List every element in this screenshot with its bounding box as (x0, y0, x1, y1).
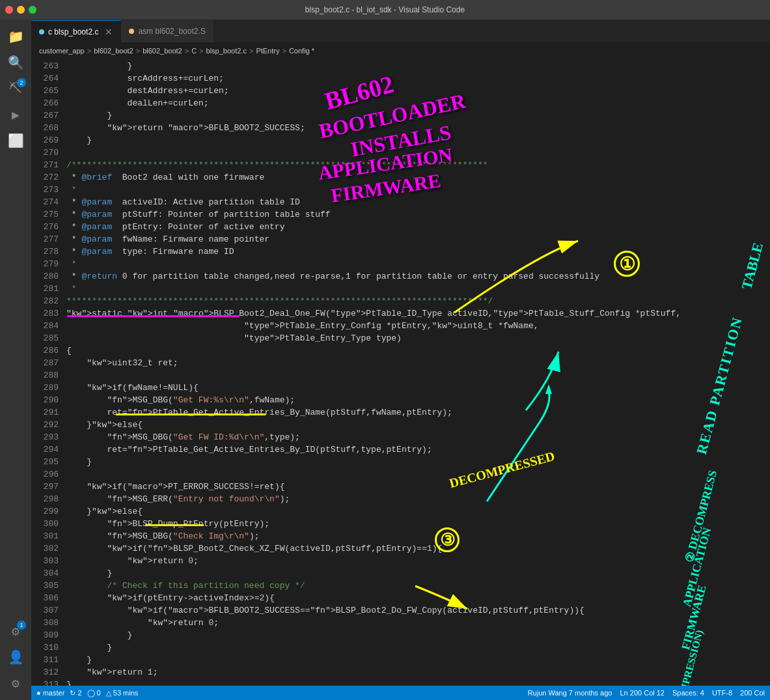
code-line: * @param fwName: Firmware name pointer (66, 233, 770, 245)
maximize-button[interactable] (29, 6, 36, 14)
code-line: ****************************************… (66, 295, 770, 307)
code-line: "fn">MSG_DBG("Get FW:%s\r\n",fwName); (66, 394, 770, 406)
code-line (66, 147, 770, 159)
code-line: ret="fn">PtTable_Get_Active_Entries_By_N… (66, 406, 770, 419)
file-type-indicator (39, 29, 44, 35)
debug-icon: ▶ (12, 107, 20, 123)
code-line: "type">PtTable_Entry_Type type) (66, 332, 770, 344)
breadcrumb: customer_app > bl602_boot2 > bl602_boot2… (31, 43, 770, 59)
close-button[interactable] (5, 6, 13, 14)
sidebar-item-remote[interactable]: ⚙ 1 (4, 619, 27, 643)
line-numbers: 2632642652662672682692702712722732742752… (31, 59, 64, 686)
gear-icon: ⚙ (12, 675, 20, 692)
status-200-col: 200 Col (740, 689, 765, 697)
sidebar-item-debug[interactable]: ▶ (4, 103, 27, 126)
window-title: blsp_boot2.c - bl_iot_sdk - Visual Studi… (305, 5, 465, 14)
code-line: } (66, 679, 770, 686)
code-line: * (66, 283, 770, 295)
files-icon: 📁 (8, 29, 24, 45)
activity-bar: 📁 🔍 ⛏ 2 ▶ ⬜ ⚙ 1 👤 ⚙ (0, 20, 31, 700)
status-right: Rujun Wang 7 months ago Ln 200 Col 12 Sp… (528, 689, 765, 697)
code-line: /* Check if this partition need copy */ (66, 580, 770, 592)
code-line: "type">PtTable_Entry_Config *ptEntry,"kw… (66, 320, 770, 332)
error-count[interactable]: ◯ 0 (87, 689, 101, 697)
file-type-indicator-asm (129, 29, 134, 34)
sidebar-item-search[interactable]: 🔍 (4, 51, 27, 74)
git-branch[interactable]: ● master (36, 689, 64, 697)
account-icon: 👤 (8, 649, 24, 665)
remote-badge: 1 (17, 621, 26, 630)
close-tab-blsp[interactable]: ✕ (105, 27, 113, 37)
code-line: ret="fn">PtTable_Get_Active_Entries_By_I… (66, 443, 770, 456)
code-line: } (66, 641, 770, 654)
warning-count[interactable]: △ 53 mins (106, 689, 139, 697)
cursor-position[interactable]: Ln 200 Col 12 (620, 689, 665, 697)
code-line (66, 369, 770, 382)
code-editor[interactable]: 2632642652662672682692702712722732742752… (31, 59, 770, 700)
search-icon: 🔍 (8, 55, 24, 71)
editor-main: c blsp_boot2.c ✕ asm bl602_boot2.S custo… (31, 20, 770, 700)
code-area: 2632642652662672682692702712722732742752… (31, 59, 770, 686)
code-line: "kw">if("fn">BLSP_Boot2_Check_XZ_FW(acti… (66, 542, 770, 555)
code-line: * (66, 258, 770, 270)
code-line: "fn">BLSP_Dump_PtEntry(ptEntry); (66, 518, 770, 530)
code-line: "kw">return "macro">BFLB_BOOT2_SUCCESS; (66, 122, 770, 134)
tab-bl602-boot2[interactable]: asm bl602_boot2.S (121, 20, 213, 42)
code-line: * @param type: Firmware name ID (66, 245, 770, 258)
tab-bar: c blsp_boot2.c ✕ asm bl602_boot2.S (31, 20, 770, 43)
code-line: * @param ptEntry: Pointer of active entr… (66, 221, 770, 233)
code-line: * @param ptStuff: Pointer of partition t… (66, 208, 770, 221)
git-user: Rujun Wang 7 months ago (528, 689, 612, 697)
code-line: "kw">return 0; (66, 617, 770, 629)
code-line: "kw">uint32_t ret; (66, 357, 770, 369)
sidebar-item-extensions[interactable]: ⬜ (4, 129, 27, 152)
sidebar-item-files[interactable]: 📁 (4, 25, 27, 48)
code-line: } (66, 629, 770, 641)
code-line: "kw">static "kw">int "macro">BLSP_Boot2_… (66, 307, 770, 320)
code-line: * @brief Boot2 deal with one firmware (66, 171, 770, 184)
code-line: srcAddress+=curLen; (66, 72, 770, 85)
code-line (66, 468, 770, 481)
code-content[interactable]: } srcAddress+=curLen; destAddress+=curLe… (64, 59, 770, 686)
traffic-lights (5, 6, 36, 14)
code-line: } (66, 456, 770, 468)
code-line: destAddress+=curLen; (66, 85, 770, 97)
status-left: ● master ↻ 2 ◯ 0 △ 53 mins (36, 689, 138, 697)
title-bar: blsp_boot2.c - bl_iot_sdk - Visual Studi… (0, 0, 770, 20)
spaces[interactable]: Spaces: 4 (672, 689, 704, 697)
code-line: "kw">return 0; (66, 555, 770, 567)
source-control-badge: 2 (17, 78, 26, 87)
code-line: "fn">MSG_ERR("Entry not found\r\n"); (66, 493, 770, 505)
code-line: } (66, 109, 770, 122)
code-line: * @param activeID: Active partition tabl… (66, 196, 770, 208)
sidebar-item-account[interactable]: 👤 (4, 645, 27, 669)
code-line: "fn">MSG_DBG("Get FW ID:%d\r\n",type); (66, 431, 770, 443)
encoding[interactable]: UTF-8 (712, 689, 732, 697)
tab-blsp-boot2[interactable]: c blsp_boot2.c ✕ (31, 20, 121, 42)
status-bar: ● master ↻ 2 ◯ 0 △ 53 mins Rujun Wang 7 … (31, 686, 770, 700)
code-line: "kw">if(ptEntry->activeIndex>=2){ (66, 592, 770, 604)
code-line: } (66, 567, 770, 580)
code-line: dealLen+=curLen; (66, 97, 770, 109)
code-line: "kw">if("macro">BFLB_BOOT2_SUCCESS=="fn"… (66, 604, 770, 617)
sync-icon[interactable]: ↻ 2 (70, 689, 81, 697)
code-line: } (66, 134, 770, 147)
code-line: "fn">MSG_DBG("Check Img\r\n"); (66, 530, 770, 542)
code-line: "kw">if("macro">PT_ERROR_SUCCESS!=ret){ (66, 481, 770, 493)
code-line: { (66, 344, 770, 357)
code-line: "kw">return 1; (66, 666, 770, 679)
code-line: } (66, 654, 770, 666)
minimize-button[interactable] (17, 6, 25, 14)
code-line: }"kw">else{ (66, 419, 770, 431)
code-line: } (66, 60, 770, 72)
sidebar-item-settings[interactable]: ⚙ (4, 671, 27, 695)
code-line: }"kw">else{ (66, 505, 770, 518)
tab-label-blsp: c blsp_boot2.c (48, 27, 98, 36)
extensions-icon: ⬜ (8, 133, 24, 149)
code-line: * @return 0 for partition table changed,… (66, 270, 770, 283)
code-line: "kw">if(fwName!=NULL){ (66, 382, 770, 394)
sidebar-item-source-control[interactable]: ⛏ 2 (4, 77, 27, 100)
code-line: * (66, 184, 770, 196)
code-line: /***************************************… (66, 159, 770, 171)
tab-label-bl602: asm bl602_boot2.S (138, 27, 205, 36)
